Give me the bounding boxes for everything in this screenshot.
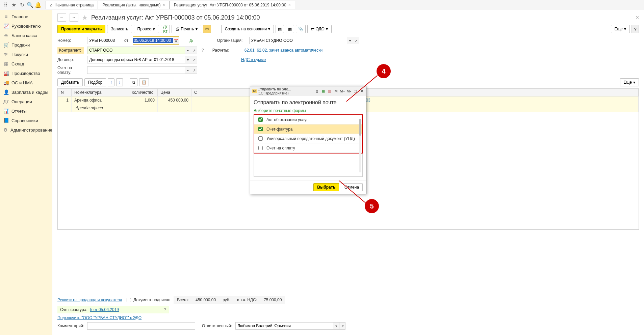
post-button[interactable]: Провести [134,25,159,33]
checkbox[interactable] [258,136,263,141]
paste-button[interactable]: 📋 [139,78,149,86]
sf-link[interactable]: 5 от 05.06.2019 [90,307,119,312]
sidebar-item-reports[interactable]: 📊Отчеты [0,106,52,116]
invoice-input[interactable] [87,66,185,74]
date-input[interactable]: 05.06.2019 14:00:00 [133,38,173,43]
close-icon[interactable]: × [288,3,291,7]
sidebar-item-salary[interactable]: 👤Зарплата и кадры [0,87,52,97]
help-button[interactable]: ? [632,25,639,33]
post-close-button[interactable]: Провести и закрыть [57,25,105,33]
close-icon[interactable]: × [163,3,165,7]
scrollbar[interactable] [359,119,361,172]
nav-forward-button[interactable]: → [70,13,78,22]
m-minus-button[interactable]: M- [346,88,352,94]
email-button[interactable]: ✉ [203,25,211,33]
requisites-link[interactable]: Реквизиты продавца и покупателя [57,298,122,302]
sidebar-item-manager[interactable]: 📈Руководителю [0,21,52,31]
check-item-act[interactable]: Акт об оказании услуг [254,115,362,124]
dropdown-icon[interactable]: ▾ [185,47,191,54]
sidebar-item-bank[interactable]: ⊕Банк и касса [0,31,52,40]
comment-input[interactable] [87,322,195,330]
checkbox[interactable] [258,117,263,122]
col-price[interactable]: Цена [158,89,191,96]
create-based-button[interactable]: Создать на основании▾ [221,25,274,33]
open-icon[interactable]: ↗ [353,37,359,44]
tab-document[interactable]: Реализация услуг: Акт УРБП-000003 от 05.… [170,1,295,9]
sidebar-item-main[interactable]: ≡Главное [0,12,52,21]
check-item-invoice[interactable]: Счет-фактура [254,124,362,134]
star-icon[interactable]: ★ [10,1,18,9]
check-item-upd[interactable]: Универсальный передаточный документ (УПД… [254,134,362,143]
sidebar-item-assets[interactable]: 🚚ОС и НМА [0,78,52,87]
search-icon[interactable]: 🔍 [26,1,34,9]
move-down-button[interactable]: ↓ [116,78,123,86]
dropdown-icon[interactable]: ▾ [185,56,191,63]
checkbox[interactable] [258,127,263,131]
top-toolbar: ⠿ ★ ↻ 🔍 🔔 ⌂Начальная страница Реализация… [0,0,644,10]
favorite-icon[interactable]: ★ [82,13,88,22]
copy-button[interactable]: ⧉ [130,78,137,86]
modal-titlebar[interactable]: 1c Отправить по эле... (1С:Предприятие) … [250,86,366,96]
sidebar-item-admin[interactable]: ⚙Администрирование [0,125,52,135]
number-label: Номер: [57,38,84,43]
m-plus-button[interactable]: M+ [340,88,345,94]
nav-back-button[interactable]: ← [57,13,66,22]
tab-home[interactable]: ⌂Начальная страница [46,1,98,9]
calendar-icon[interactable]: ▥ [327,88,332,94]
sidebar-item-directories[interactable]: 📘Справочники [0,116,52,125]
edo-connect-link[interactable]: Подключить "ООО "УРБАН СТУДИО"" к ЭДО [57,315,141,320]
m-button[interactable]: M [333,88,339,94]
attach-button[interactable]: 📎 [296,25,306,33]
col-qty[interactable]: Количество [129,89,158,96]
print-icon[interactable]: 🖨 [314,88,319,94]
print-button[interactable]: 🖨Печать▾ [172,25,201,33]
org-input[interactable] [249,37,347,44]
responsible-input[interactable] [235,322,333,330]
col-nom[interactable]: Номенклатура [72,89,129,96]
col-n[interactable]: N [58,89,72,96]
calendar-icon[interactable]: 📅 [173,37,179,44]
save-button[interactable]: Записать [107,25,132,33]
calc-icon[interactable]: ▦ [320,88,326,94]
dt-small-icon[interactable]: Дт [189,39,193,43]
open-icon[interactable]: ↗ [191,56,197,63]
close-page-icon[interactable]: × [636,15,639,21]
sidebar-item-operations[interactable]: ДтОперации [0,97,52,106]
sf-label: Счет-фактура: [60,307,87,312]
tab-sales-list[interactable]: Реализация (акты, накладные)× [98,1,169,9]
number-input[interactable] [87,37,119,44]
help-small-button[interactable]: ? [202,48,204,53]
check-item-bill[interactable]: Счет на оплату [254,143,362,153]
help-small-button[interactable]: ? [164,307,166,312]
bell-icon[interactable]: 🔔 [34,1,42,9]
edo-button[interactable]: ⇄ЭДО▾ [307,25,332,33]
open-icon[interactable]: ↗ [191,66,197,74]
sidebar-item-warehouse[interactable]: ▦Склад [0,59,52,68]
dt-kt-button[interactable]: ДтКт [161,25,170,33]
more-button[interactable]: Еще▾ [611,25,630,33]
nds-link[interactable]: НДС в сумме [241,57,266,62]
open-icon[interactable]: ↗ [339,322,345,330]
move-up-button[interactable]: ↑ [108,78,114,86]
open-icon[interactable]: ↗ [191,47,197,54]
dropdown-icon[interactable]: ▾ [347,37,353,44]
settlements-link[interactable]: 62.01, 62.02, зачет аванса автоматически [244,48,323,53]
list-button[interactable]: ▤ [276,25,284,33]
checkbox[interactable] [258,146,263,150]
history-icon[interactable]: ↻ [18,1,26,9]
select-button[interactable]: Выбрать [313,183,339,191]
sidebar-item-production[interactable]: 🏭Производство [0,68,52,78]
sidebar-item-purchases[interactable]: 🛍Покупки [0,50,52,59]
contract-input[interactable] [87,56,185,63]
chart-icon: 📈 [3,23,9,29]
apps-icon[interactable]: ⠿ [2,1,10,9]
dropdown-icon[interactable]: ▾ [333,322,339,330]
dropdown-icon[interactable]: ▾ [185,66,191,74]
doc-signed-checkbox[interactable]: Документ подписан [125,297,170,303]
pick-button[interactable]: Подбор [84,78,106,86]
contragent-input[interactable] [87,47,185,54]
sidebar-item-sales[interactable]: 🛒Продажи [0,40,52,50]
table-more-button[interactable]: Еще▾ [620,78,639,86]
add-button[interactable]: Добавить [57,78,83,86]
struct-button[interactable]: ▦ [286,25,294,33]
